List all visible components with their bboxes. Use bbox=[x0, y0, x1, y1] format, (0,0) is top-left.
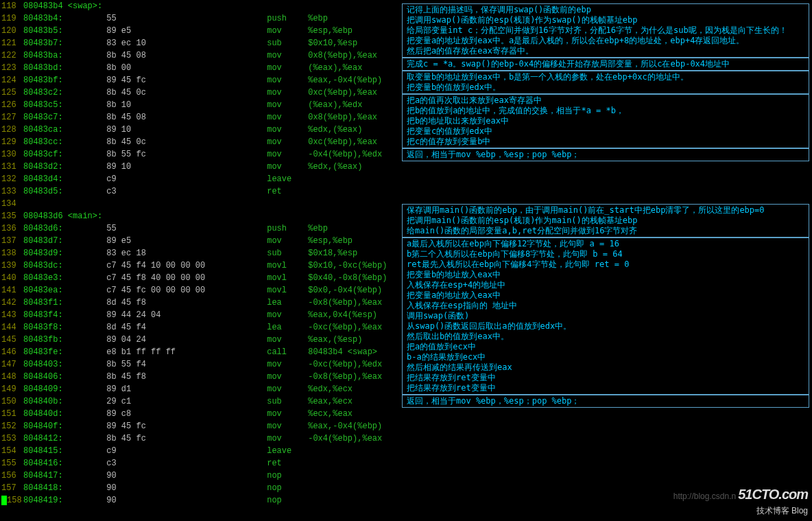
asm-row: 12580483c2: 8b 45 0cmov0xc(%ebp),%eax bbox=[1, 86, 402, 99]
annotation-line: 入栈保存在esp+4的地址中 bbox=[407, 280, 804, 290]
asm-row: 13980483dc: c7 45 f4 10 00 00 00movl$0x1… bbox=[1, 259, 402, 272]
mnemonic: mov bbox=[267, 235, 308, 247]
operands: $0x18,%esp bbox=[308, 247, 357, 259]
operands: 0xc(%ebp),%eax bbox=[308, 86, 377, 99]
asm-row: 12980483cc: 8b 45 0cmov0xc(%ebp),%eax bbox=[1, 136, 402, 148]
line-number: 127 bbox=[1, 111, 23, 124]
annotation-line: 把变量a的地址放入eax中 bbox=[407, 290, 804, 301]
asm-row: 1588048419: 90nop bbox=[1, 494, 402, 507]
address: 80483d4: bbox=[23, 173, 77, 185]
asm-row: 14680483fe: e8 b1 ff ff ffcall80483b4 <s… bbox=[1, 346, 402, 358]
line-number: 130 bbox=[1, 148, 23, 161]
address: 80483b7: bbox=[23, 37, 77, 49]
watermark-sub: 技术博客 Blog bbox=[756, 506, 808, 516]
annotation-box: 保存调用main()函数前的ebp，由于调用main()前在_start中把eb… bbox=[402, 204, 809, 238]
operands: -0x4(%ebp),%edx bbox=[308, 148, 382, 161]
annotation-line: 把结果存放到ret变量中 bbox=[407, 383, 804, 393]
line-number: 140 bbox=[1, 272, 23, 284]
hex-bytes: e8 b1 ff ff ff bbox=[106, 346, 267, 358]
mnemonic: lea bbox=[267, 321, 308, 334]
address: 804840d: bbox=[23, 408, 77, 420]
hex-bytes: 8d 45 f4 bbox=[106, 321, 267, 334]
mnemonic: mov bbox=[267, 99, 308, 111]
operands: %edx,(%eax) bbox=[308, 124, 362, 136]
hex-bytes: 89 c8 bbox=[106, 408, 267, 420]
mnemonic: ret bbox=[267, 457, 308, 470]
watermark: http://blog.csdn.n 51CTO.com 技术博客 Blog bbox=[673, 484, 808, 517]
address: 8048415: bbox=[23, 445, 77, 457]
mnemonic: call bbox=[267, 346, 308, 358]
address: 80483d5: bbox=[23, 185, 77, 198]
mnemonic: lea bbox=[267, 297, 308, 309]
line-number: 121 bbox=[1, 37, 23, 49]
annotation-line: 把变量b的地址放入eax中 bbox=[407, 270, 804, 280]
hex-bytes: 55 bbox=[106, 222, 267, 235]
mnemonic: sub bbox=[267, 37, 308, 49]
operands: (%eax),%edx bbox=[308, 99, 362, 111]
operands: $0x40,-0x8(%ebp) bbox=[308, 272, 387, 284]
hex-bytes: 29 c1 bbox=[106, 395, 267, 408]
hex-bytes: 8b 00 bbox=[106, 62, 267, 74]
mnemonic: mov bbox=[267, 111, 308, 124]
annotation-line: ret最先入栈所以在ebp向下偏移4字节处，此句即 ret = 0 bbox=[407, 259, 804, 270]
asm-row: 12080483b5: 89 e5mov%esp,%ebp bbox=[1, 25, 402, 37]
address: 80483fb: bbox=[23, 334, 77, 346]
asm-row: 13680483d6: 55push%ebp bbox=[1, 222, 402, 235]
line-number: 151 bbox=[1, 408, 23, 420]
hex-bytes: c3 bbox=[106, 457, 267, 470]
line-number: 153 bbox=[1, 432, 23, 445]
address: 80483b5: bbox=[23, 25, 77, 37]
asm-row: 151804840d: 89 c8mov%ecx,%eax bbox=[1, 408, 402, 420]
asm-row: 13380483d5: c3ret bbox=[1, 185, 402, 198]
operands: %edx,%ecx bbox=[308, 383, 353, 395]
annotation-line: 把结果存放到ret变量中 bbox=[407, 373, 804, 383]
operands: %eax,-0x4(%ebp) bbox=[308, 74, 382, 86]
section-header: 080483b4 <swap>: bbox=[23, 0, 102, 12]
mnemonic: nop bbox=[267, 482, 308, 494]
address: 80483dc: bbox=[23, 259, 77, 272]
mnemonic: mov bbox=[267, 383, 308, 395]
line-number: 132 bbox=[1, 173, 23, 185]
annotation-line: 把变量b的值放到edx中。 bbox=[407, 82, 804, 93]
annotation-box: 返回，相当于mov %ebp，%esp；pop %ebp； bbox=[402, 395, 809, 408]
hex-bytes: 89 04 24 bbox=[106, 334, 267, 346]
asm-row: 12480483bf: 89 45 fcmov%eax,-0x4(%ebp) bbox=[1, 74, 402, 86]
address: 80483ea: bbox=[23, 284, 77, 297]
asm-row: 134 bbox=[1, 198, 402, 210]
annotation-line: 把a的值再次取出来放到eax寄存器中 bbox=[407, 95, 804, 106]
annotation-box: 取变量b的地址放到eax中，b是第一个入栈的参数，处在ebp+0xc的地址中。把… bbox=[402, 71, 809, 94]
operands: -0xc(%ebp),%edx bbox=[308, 358, 382, 371]
line-number: 157 bbox=[1, 482, 23, 494]
asm-row: 1498048409: 89 d1mov%edx,%ecx bbox=[1, 383, 402, 395]
address: 80483bf: bbox=[23, 74, 77, 86]
asm-row: 12880483ca: 89 10mov%edx,(%eax) bbox=[1, 124, 402, 136]
hex-bytes: 90 bbox=[106, 494, 267, 507]
address: 80483e3: bbox=[23, 272, 77, 284]
address: 80483d2: bbox=[23, 161, 77, 173]
line-number: 144 bbox=[1, 321, 23, 334]
mnemonic: sub bbox=[267, 395, 308, 408]
asm-row: 13080483cf: 8b 55 fcmov-0x4(%ebp),%edx bbox=[1, 148, 402, 161]
line-number: 143 bbox=[1, 309, 23, 321]
address: 80483f8: bbox=[23, 321, 77, 334]
annotation-line: 把变量c的值放到edx中 bbox=[407, 126, 804, 137]
line-number: 155 bbox=[1, 457, 23, 470]
address: 80483f4: bbox=[23, 309, 77, 321]
line-number: 128 bbox=[1, 124, 23, 136]
section-header: 080483d6 <main>: bbox=[23, 210, 102, 222]
asm-row: 118080483b4 <swap>: bbox=[1, 0, 402, 12]
annotation-box: 把a的值再次取出来放到eax寄存器中把b的值放到a的地址中，完成值的交换，相当于… bbox=[402, 94, 809, 148]
mnemonic: mov bbox=[267, 420, 308, 432]
asm-row: 12680483c5: 8b 10mov(%eax),%edx bbox=[1, 99, 402, 111]
mnemonic: leave bbox=[267, 445, 308, 457]
operands: (%eax),%eax bbox=[308, 62, 362, 74]
asm-row: 1558048416: c3ret bbox=[1, 457, 402, 470]
annotation-line: 把a的值放到ecx中 bbox=[407, 342, 804, 352]
asm-row: 14080483e3: c7 45 f8 40 00 00 00movl$0x4… bbox=[1, 272, 402, 284]
hex-bytes: 55 bbox=[106, 12, 267, 25]
mnemonic: nop bbox=[267, 494, 308, 507]
mnemonic: mov bbox=[267, 408, 308, 420]
hex-bytes: 8d 45 f8 bbox=[106, 297, 267, 309]
line-number: 146 bbox=[1, 346, 23, 358]
hex-bytes: 8b 45 0c bbox=[106, 136, 267, 148]
